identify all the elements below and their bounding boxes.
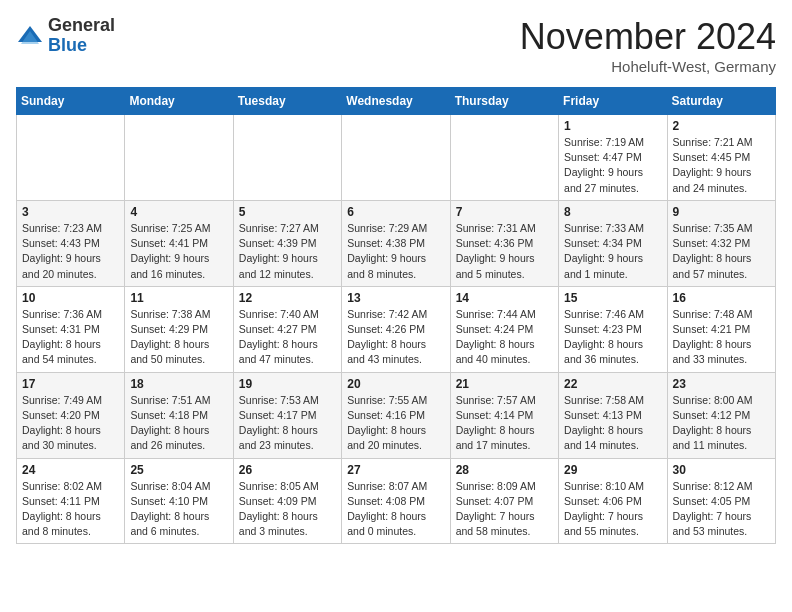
day-info: Sunrise: 7:27 AMSunset: 4:39 PMDaylight:… [239, 221, 336, 282]
calendar-cell [342, 115, 450, 201]
day-info: Sunrise: 7:40 AMSunset: 4:27 PMDaylight:… [239, 307, 336, 368]
day-number: 24 [22, 463, 119, 477]
calendar-header: Sunday Monday Tuesday Wednesday Thursday… [17, 88, 776, 115]
day-info: Sunrise: 7:23 AMSunset: 4:43 PMDaylight:… [22, 221, 119, 282]
calendar-cell: 9Sunrise: 7:35 AMSunset: 4:32 PMDaylight… [667, 200, 775, 286]
day-info: Sunrise: 7:31 AMSunset: 4:36 PMDaylight:… [456, 221, 553, 282]
day-number: 15 [564, 291, 661, 305]
day-info: Sunrise: 7:51 AMSunset: 4:18 PMDaylight:… [130, 393, 227, 454]
calendar-cell [233, 115, 341, 201]
day-number: 1 [564, 119, 661, 133]
day-number: 30 [673, 463, 770, 477]
day-number: 29 [564, 463, 661, 477]
day-info: Sunrise: 7:33 AMSunset: 4:34 PMDaylight:… [564, 221, 661, 282]
day-number: 14 [456, 291, 553, 305]
day-number: 16 [673, 291, 770, 305]
day-number: 28 [456, 463, 553, 477]
calendar-cell: 10Sunrise: 7:36 AMSunset: 4:31 PMDayligh… [17, 286, 125, 372]
col-friday: Friday [559, 88, 667, 115]
col-tuesday: Tuesday [233, 88, 341, 115]
month-title: November 2024 [520, 16, 776, 58]
day-number: 23 [673, 377, 770, 391]
day-number: 9 [673, 205, 770, 219]
day-number: 7 [456, 205, 553, 219]
day-number: 5 [239, 205, 336, 219]
day-number: 10 [22, 291, 119, 305]
day-info: Sunrise: 7:58 AMSunset: 4:13 PMDaylight:… [564, 393, 661, 454]
calendar-cell: 6Sunrise: 7:29 AMSunset: 4:38 PMDaylight… [342, 200, 450, 286]
logo-text: General Blue [48, 16, 115, 56]
day-number: 3 [22, 205, 119, 219]
day-info: Sunrise: 7:55 AMSunset: 4:16 PMDaylight:… [347, 393, 444, 454]
day-number: 4 [130, 205, 227, 219]
day-number: 27 [347, 463, 444, 477]
col-monday: Monday [125, 88, 233, 115]
day-info: Sunrise: 7:53 AMSunset: 4:17 PMDaylight:… [239, 393, 336, 454]
day-info: Sunrise: 7:19 AMSunset: 4:47 PMDaylight:… [564, 135, 661, 196]
logo-general: General [48, 15, 115, 35]
calendar-cell: 3Sunrise: 7:23 AMSunset: 4:43 PMDaylight… [17, 200, 125, 286]
header-row: Sunday Monday Tuesday Wednesday Thursday… [17, 88, 776, 115]
calendar-week-3: 10Sunrise: 7:36 AMSunset: 4:31 PMDayligh… [17, 286, 776, 372]
day-number: 13 [347, 291, 444, 305]
location-title: Hoheluft-West, Germany [520, 58, 776, 75]
day-number: 26 [239, 463, 336, 477]
day-info: Sunrise: 7:25 AMSunset: 4:41 PMDaylight:… [130, 221, 227, 282]
calendar-cell [17, 115, 125, 201]
day-number: 6 [347, 205, 444, 219]
day-number: 8 [564, 205, 661, 219]
logo: General Blue [16, 16, 115, 56]
day-info: Sunrise: 8:05 AMSunset: 4:09 PMDaylight:… [239, 479, 336, 540]
day-info: Sunrise: 8:04 AMSunset: 4:10 PMDaylight:… [130, 479, 227, 540]
calendar-cell: 11Sunrise: 7:38 AMSunset: 4:29 PMDayligh… [125, 286, 233, 372]
day-number: 11 [130, 291, 227, 305]
day-number: 12 [239, 291, 336, 305]
calendar-cell: 29Sunrise: 8:10 AMSunset: 4:06 PMDayligh… [559, 458, 667, 544]
calendar-cell: 23Sunrise: 8:00 AMSunset: 4:12 PMDayligh… [667, 372, 775, 458]
calendar-week-2: 3Sunrise: 7:23 AMSunset: 4:43 PMDaylight… [17, 200, 776, 286]
calendar-table: Sunday Monday Tuesday Wednesday Thursday… [16, 87, 776, 544]
day-info: Sunrise: 7:35 AMSunset: 4:32 PMDaylight:… [673, 221, 770, 282]
calendar-week-5: 24Sunrise: 8:02 AMSunset: 4:11 PMDayligh… [17, 458, 776, 544]
calendar-cell: 22Sunrise: 7:58 AMSunset: 4:13 PMDayligh… [559, 372, 667, 458]
day-info: Sunrise: 7:29 AMSunset: 4:38 PMDaylight:… [347, 221, 444, 282]
day-info: Sunrise: 7:42 AMSunset: 4:26 PMDaylight:… [347, 307, 444, 368]
day-number: 25 [130, 463, 227, 477]
calendar-cell: 12Sunrise: 7:40 AMSunset: 4:27 PMDayligh… [233, 286, 341, 372]
day-info: Sunrise: 8:10 AMSunset: 4:06 PMDaylight:… [564, 479, 661, 540]
calendar-cell: 27Sunrise: 8:07 AMSunset: 4:08 PMDayligh… [342, 458, 450, 544]
calendar-cell: 21Sunrise: 7:57 AMSunset: 4:14 PMDayligh… [450, 372, 558, 458]
day-info: Sunrise: 8:07 AMSunset: 4:08 PMDaylight:… [347, 479, 444, 540]
calendar-cell: 8Sunrise: 7:33 AMSunset: 4:34 PMDaylight… [559, 200, 667, 286]
calendar-cell: 4Sunrise: 7:25 AMSunset: 4:41 PMDaylight… [125, 200, 233, 286]
col-sunday: Sunday [17, 88, 125, 115]
calendar-week-1: 1Sunrise: 7:19 AMSunset: 4:47 PMDaylight… [17, 115, 776, 201]
col-wednesday: Wednesday [342, 88, 450, 115]
calendar-cell: 13Sunrise: 7:42 AMSunset: 4:26 PMDayligh… [342, 286, 450, 372]
calendar-body: 1Sunrise: 7:19 AMSunset: 4:47 PMDaylight… [17, 115, 776, 544]
calendar-cell: 14Sunrise: 7:44 AMSunset: 4:24 PMDayligh… [450, 286, 558, 372]
day-info: Sunrise: 7:44 AMSunset: 4:24 PMDaylight:… [456, 307, 553, 368]
calendar-cell: 5Sunrise: 7:27 AMSunset: 4:39 PMDaylight… [233, 200, 341, 286]
calendar-cell: 7Sunrise: 7:31 AMSunset: 4:36 PMDaylight… [450, 200, 558, 286]
calendar-cell: 20Sunrise: 7:55 AMSunset: 4:16 PMDayligh… [342, 372, 450, 458]
calendar-cell: 2Sunrise: 7:21 AMSunset: 4:45 PMDaylight… [667, 115, 775, 201]
calendar-cell: 1Sunrise: 7:19 AMSunset: 4:47 PMDaylight… [559, 115, 667, 201]
day-number: 21 [456, 377, 553, 391]
calendar-cell: 16Sunrise: 7:48 AMSunset: 4:21 PMDayligh… [667, 286, 775, 372]
day-info: Sunrise: 8:00 AMSunset: 4:12 PMDaylight:… [673, 393, 770, 454]
day-info: Sunrise: 7:38 AMSunset: 4:29 PMDaylight:… [130, 307, 227, 368]
day-number: 17 [22, 377, 119, 391]
day-number: 19 [239, 377, 336, 391]
calendar-cell: 18Sunrise: 7:51 AMSunset: 4:18 PMDayligh… [125, 372, 233, 458]
day-info: Sunrise: 7:21 AMSunset: 4:45 PMDaylight:… [673, 135, 770, 196]
title-block: November 2024 Hoheluft-West, Germany [520, 16, 776, 75]
day-number: 2 [673, 119, 770, 133]
logo-blue: Blue [48, 35, 87, 55]
calendar-cell: 17Sunrise: 7:49 AMSunset: 4:20 PMDayligh… [17, 372, 125, 458]
header: General Blue November 2024 Hoheluft-West… [16, 16, 776, 75]
calendar-cell [125, 115, 233, 201]
day-info: Sunrise: 7:48 AMSunset: 4:21 PMDaylight:… [673, 307, 770, 368]
calendar-cell [450, 115, 558, 201]
day-info: Sunrise: 8:02 AMSunset: 4:11 PMDaylight:… [22, 479, 119, 540]
